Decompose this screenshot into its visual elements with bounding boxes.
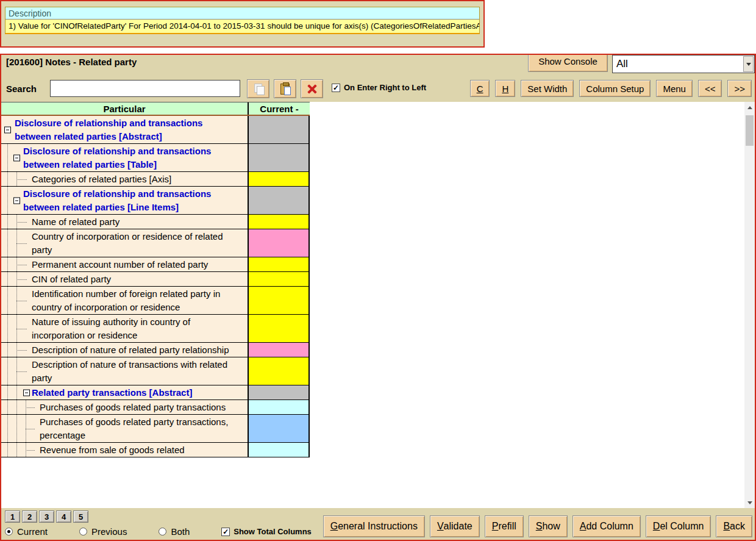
table-row: Name of related party — [1, 215, 310, 229]
value-cell[interactable] — [249, 443, 310, 457]
row-label[interactable]: Identification number of foreign related… — [1, 287, 248, 314]
scroll-up-icon[interactable] — [744, 102, 755, 113]
particular-cell: Disclosure of relationship and transacti… — [1, 187, 249, 214]
scroll-down-icon[interactable] — [744, 497, 755, 508]
row-label[interactable]: Disclosure of relationship and transacti… — [1, 116, 248, 143]
prev-column-button[interactable]: << — [698, 80, 722, 97]
value-cell[interactable] — [249, 400, 310, 414]
radio-label: Both — [171, 526, 190, 537]
del-column-button[interactable]: Del Column — [646, 515, 711, 537]
row-label[interactable]: Description of nature of related party r… — [1, 343, 248, 357]
row-label[interactable]: Country of incorporation or residence of… — [1, 229, 248, 257]
value-cell[interactable] — [249, 357, 310, 385]
h-button[interactable]: H — [495, 80, 515, 97]
paste-button[interactable] — [274, 79, 296, 98]
validate-button[interactable]: Validate — [430, 515, 480, 537]
toolbar-buttons: CHSet WidthColumn SetupMenu<<>> — [470, 80, 752, 97]
value-cell[interactable] — [249, 257, 310, 271]
back-button[interactable]: Back — [716, 515, 752, 537]
page-3-button[interactable]: 3 — [39, 511, 54, 523]
collapse-minus-icon[interactable] — [13, 154, 20, 161]
page-4-button[interactable]: 4 — [56, 511, 71, 523]
tree-guide-line — [7, 144, 8, 171]
page-1-button[interactable]: 1 — [5, 511, 20, 523]
show-total-label: Show Total Columns — [234, 527, 312, 536]
radio-icon — [5, 528, 13, 536]
value-cell[interactable] — [249, 215, 310, 229]
particular-cell: Identification number of foreign related… — [1, 287, 249, 314]
value-cell[interactable] — [249, 315, 310, 342]
show-total-columns: ✓Show Total Columns — [221, 527, 312, 536]
show-total-checkbox[interactable]: ✓ — [221, 528, 230, 536]
value-cell[interactable] — [249, 116, 310, 143]
value-cell[interactable] — [249, 415, 310, 442]
general-instructions-button[interactable]: General Instructions — [323, 515, 425, 537]
tree-guide-line — [16, 385, 17, 399]
scrollbar-thumb[interactable] — [746, 115, 754, 146]
page-2-button[interactable]: 2 — [22, 511, 37, 523]
column-header-particular[interactable]: Particular — [1, 102, 249, 115]
show-button[interactable]: Show — [529, 515, 568, 537]
collapse-minus-icon[interactable] — [23, 389, 30, 396]
both-radio[interactable]: Both — [159, 526, 190, 537]
collapse-minus-icon[interactable] — [4, 126, 11, 133]
column-setup-button[interactable]: Column Setup — [579, 80, 651, 97]
prefill-button[interactable]: Prefill — [485, 515, 524, 537]
value-cell[interactable] — [249, 187, 310, 214]
on-enter-checkbox[interactable]: ✓ — [332, 84, 340, 92]
value-cell[interactable] — [249, 172, 310, 186]
value-cell[interactable] — [249, 385, 310, 399]
particular-cell: Disclosure of relationship and transacti… — [1, 116, 249, 143]
add-column-button[interactable]: Add Column — [572, 515, 641, 537]
tree-connector-line — [16, 279, 27, 280]
page-5-button[interactable]: 5 — [73, 511, 88, 523]
row-label[interactable]: Permanent account number of related part… — [1, 257, 248, 271]
pagination: 12345 — [5, 511, 88, 523]
row-label[interactable]: Disclosure of relationship and transacti… — [1, 144, 248, 171]
particular-cell: Description of nature of transactions wi… — [1, 357, 249, 385]
row-label[interactable]: Name of related party — [1, 215, 248, 229]
value-cell[interactable] — [249, 287, 310, 314]
tree-connector-line — [26, 407, 35, 408]
row-label[interactable]: Disclosure of relationship and transacti… — [1, 187, 248, 214]
tree-guide-line — [7, 172, 8, 186]
search-input[interactable] — [50, 80, 240, 97]
collapse-minus-icon[interactable] — [13, 197, 20, 204]
row-label[interactable]: Revenue from sale of goods related — [1, 443, 248, 457]
table-row: Identification number of foreign related… — [1, 287, 310, 315]
c-button[interactable]: C — [470, 80, 490, 97]
show-console-button[interactable]: Show Console — [528, 54, 608, 72]
row-label[interactable]: Description of nature of transactions wi… — [1, 357, 248, 385]
row-label[interactable]: Related party transactions [Abstract] — [1, 385, 248, 399]
previous-radio[interactable]: Previous — [79, 526, 127, 537]
check-icon: ✓ — [333, 84, 339, 91]
tree-guide-line — [7, 400, 8, 414]
particular-cell: Country of incorporation or residence of… — [1, 229, 249, 257]
table-row: Description of nature of transactions wi… — [1, 357, 310, 385]
vertical-scrollbar[interactable] — [744, 102, 755, 508]
value-cell[interactable] — [249, 272, 310, 286]
content-area: Particular Current - Disclosure of relat… — [1, 102, 755, 508]
dropdown-button[interactable] — [743, 56, 754, 72]
tree-connector-line — [16, 222, 27, 223]
row-label[interactable]: Categories of related parties [Axis] — [1, 172, 248, 186]
radio-label: Current — [17, 526, 48, 537]
value-cell[interactable] — [249, 144, 310, 171]
filter-dropdown[interactable]: All — [612, 55, 755, 73]
description-box: Description 1) Value for 'CINOfRelatedPa… — [5, 7, 480, 34]
copy-button[interactable] — [247, 79, 269, 98]
notes-related-party-window: [201600] Notes - Related party Show Cons… — [0, 54, 756, 541]
set-width-button[interactable]: Set Width — [521, 80, 574, 97]
menu-button[interactable]: Menu — [656, 80, 693, 97]
row-label[interactable]: Purchases of goods related party transac… — [1, 415, 248, 442]
row-label[interactable]: Nature of issuing authority in country o… — [1, 315, 248, 342]
row-label[interactable]: CIN of related party — [1, 272, 248, 286]
row-label[interactable]: Purchases of goods related party transac… — [1, 400, 248, 414]
value-cell[interactable] — [249, 229, 310, 257]
value-cell[interactable] — [249, 343, 310, 357]
next-column-button[interactable]: >> — [727, 80, 752, 97]
current-radio[interactable]: Current — [5, 526, 48, 537]
tree-guide-line — [7, 229, 8, 257]
clear-button[interactable] — [301, 79, 323, 98]
column-header-current[interactable]: Current - — [249, 102, 310, 115]
